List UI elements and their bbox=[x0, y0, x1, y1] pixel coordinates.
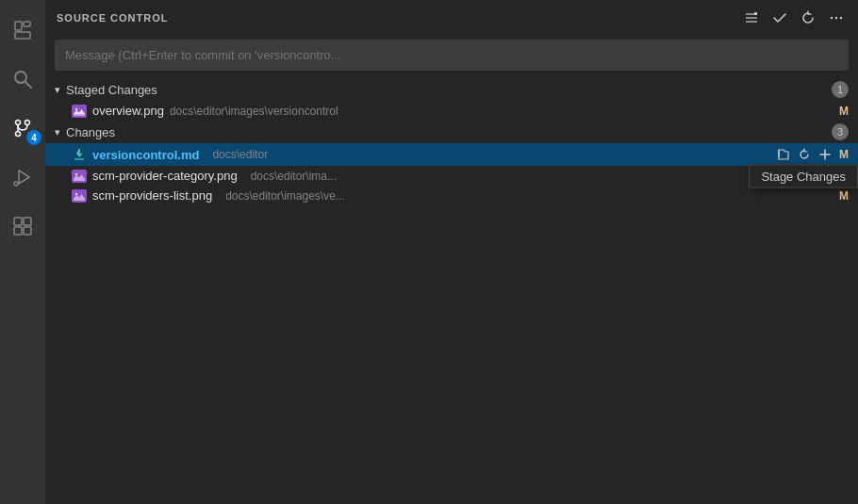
stage-changes-menu-item[interactable]: Stage Changes bbox=[761, 169, 846, 183]
svg-rect-1 bbox=[15, 32, 30, 39]
message-input-container bbox=[55, 40, 849, 71]
commit-button[interactable] bbox=[769, 8, 790, 28]
commit-message-input[interactable] bbox=[55, 40, 849, 71]
activity-icon-search[interactable] bbox=[0, 57, 45, 102]
file-name-overview-png: overview.png bbox=[92, 104, 164, 118]
image-file-icon-2 bbox=[72, 170, 87, 183]
more-actions-button[interactable] bbox=[826, 8, 847, 28]
file-status-overview-png: M bbox=[839, 105, 849, 118]
activity-icon-extensions[interactable] bbox=[0, 203, 45, 249]
changes-chevron: ▾ bbox=[55, 126, 60, 138]
staged-changes-chevron: ▾ bbox=[55, 84, 60, 96]
refresh-button[interactable] bbox=[798, 8, 818, 28]
file-path-versioncontrol-md: docs\editor bbox=[212, 148, 769, 161]
svg-rect-0 bbox=[15, 22, 22, 30]
svg-line-4 bbox=[25, 82, 31, 88]
stage-changes-icon[interactable] bbox=[817, 146, 833, 163]
svg-point-5 bbox=[16, 121, 21, 125]
svg-rect-18 bbox=[754, 12, 757, 15]
svg-point-6 bbox=[25, 121, 30, 125]
activity-icon-run[interactable] bbox=[0, 154, 45, 200]
image-file-icon bbox=[72, 105, 87, 118]
markdown-file-icon bbox=[72, 147, 87, 162]
changes-count: 3 bbox=[832, 123, 849, 140]
file-status-versioncontrol-md: M bbox=[839, 148, 849, 161]
activity-icon-explorer[interactable] bbox=[0, 8, 45, 53]
svg-marker-9 bbox=[19, 171, 29, 184]
svg-rect-14 bbox=[24, 227, 31, 235]
main-panel: SOURCE CONTROL bbox=[45, 0, 858, 504]
file-tree: ▾ Staged Changes 1 overview.png docs\edi… bbox=[45, 78, 858, 504]
svg-point-10 bbox=[14, 182, 18, 186]
svg-rect-13 bbox=[14, 227, 22, 235]
file-name-versioncontrol-md: versioncontrol.md bbox=[92, 148, 199, 162]
file-row-overview-png[interactable]: overview.png docs\editor\images\versionc… bbox=[45, 101, 858, 121]
image-file-icon-3 bbox=[72, 189, 87, 203]
changes-section-header[interactable]: ▾ Changes 3 bbox=[45, 121, 858, 143]
svg-rect-12 bbox=[24, 218, 31, 225]
svg-point-32 bbox=[75, 172, 77, 174]
file-row-scm-providers-list[interactable]: scm-providers-list.png docs\editor\image… bbox=[45, 186, 858, 205]
source-control-title: SOURCE CONTROL bbox=[57, 12, 169, 24]
svg-point-23 bbox=[75, 107, 77, 109]
source-control-badge: 4 bbox=[26, 130, 41, 145]
svg-point-21 bbox=[840, 17, 842, 19]
discard-changes-icon[interactable] bbox=[796, 146, 813, 163]
activity-icon-source-control[interactable]: 4 bbox=[0, 106, 45, 151]
stage-changes-context-menu[interactable]: Stage Changes bbox=[749, 164, 858, 187]
svg-rect-2 bbox=[24, 22, 30, 26]
open-file-icon[interactable] bbox=[775, 146, 792, 163]
list-view-button[interactable] bbox=[741, 8, 762, 28]
source-control-header: SOURCE CONTROL bbox=[45, 0, 858, 36]
changes-label: Changes bbox=[66, 125, 828, 139]
svg-point-3 bbox=[15, 72, 26, 83]
file-row-scm-provider-category[interactable]: scm-provider-category.png docs\editor\im… bbox=[45, 166, 858, 186]
svg-point-7 bbox=[16, 132, 21, 137]
staged-changes-section-header[interactable]: ▾ Staged Changes 1 bbox=[45, 78, 858, 101]
file-status-scm-providers-list: M bbox=[839, 189, 849, 203]
svg-point-19 bbox=[831, 17, 833, 19]
file-row-versioncontrol-md[interactable]: versioncontrol.md docs\editor bbox=[45, 143, 858, 166]
file-name-scm-provider-category: scm-provider-category.png bbox=[92, 169, 238, 183]
file-path-overview-png: docs\editor\images\versioncontrol bbox=[170, 105, 830, 118]
staged-changes-count: 1 bbox=[832, 81, 849, 98]
file-path-scm-providers-list: docs\editor\images\ve... bbox=[225, 189, 830, 203]
activity-bar: 4 bbox=[0, 0, 45, 504]
file-name-scm-providers-list: scm-providers-list.png bbox=[92, 188, 212, 203]
svg-point-35 bbox=[75, 192, 77, 194]
source-control-actions bbox=[741, 8, 847, 28]
versioncontrol-md-actions: M bbox=[775, 146, 849, 163]
svg-point-20 bbox=[835, 17, 837, 19]
svg-rect-11 bbox=[14, 218, 22, 225]
staged-changes-label: Staged Changes bbox=[66, 83, 828, 97]
